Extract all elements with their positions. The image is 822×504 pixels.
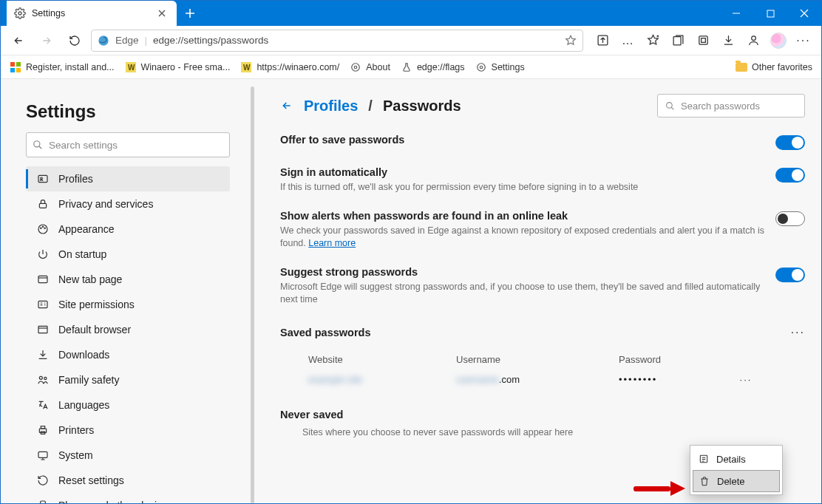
share-icon[interactable] [591,29,614,52]
breadcrumb-back-button[interactable] [280,99,293,112]
nav-downloads[interactable]: Downloads [26,342,230,367]
language-icon [36,398,50,412]
saved-passwords-header: Saved passwords ··· [280,326,805,339]
tab-close-button[interactable] [154,6,169,21]
nav-reset[interactable]: Reset settings [26,468,230,493]
setting-leak-alerts: Show alerts when passwords are found in … [280,210,805,250]
nav-system[interactable]: System [26,443,230,468]
bookmark-item[interactable]: Settings [475,61,525,73]
bookmark-item[interactable]: Register, install and... [10,61,115,73]
address-url: edge://settings/passwords [153,35,268,46]
passwords-search-input[interactable]: Search passwords [657,94,805,118]
read-aloud-icon[interactable]: … [616,29,639,52]
svg-rect-34 [41,426,44,429]
password-row-more-button[interactable]: ··· [740,374,753,385]
password-row[interactable]: example site username.com •••••••• ··· [302,370,805,389]
bookmark-item[interactable]: edge://flags [401,61,465,73]
setting-signin-auto: Sign in automatically If this is turned … [280,166,805,194]
nav-onstartup[interactable]: On startup [26,242,230,267]
nav-sitepermissions[interactable]: Site permissions [26,292,230,317]
new-tab-button[interactable] [178,3,202,24]
toggle-suggest-strong[interactable] [775,268,805,282]
profile-avatar[interactable] [767,29,790,52]
edge-logo-icon [98,35,109,47]
browser-tab[interactable]: Settings [7,1,177,26]
nav-refresh-button[interactable] [63,29,86,52]
saved-passwords-more-button[interactable]: ··· [791,326,805,339]
gear-icon [475,61,487,73]
reset-icon [36,474,50,487]
extensions-icon[interactable] [691,29,715,52]
collections-icon[interactable] [666,29,690,52]
favorite-star-icon[interactable] [565,35,577,47]
nav-printers[interactable]: Printers [26,418,230,443]
downloads-icon[interactable] [716,29,740,52]
svg-point-26 [42,226,43,227]
window-minimize-button[interactable] [719,1,753,26]
settings-search-input[interactable]: Search settings [26,132,230,157]
settings-nav: Profiles Privacy and services Appearance… [26,166,230,503]
svg-rect-10 [10,68,15,72]
other-favorites[interactable]: Other favorites [736,62,812,72]
svg-rect-4 [673,37,681,45]
settings-content: Settings Search settings Profiles Privac… [1,79,821,503]
saved-passwords-table: Website Username Password example site u… [302,350,805,389]
nav-forward-button[interactable] [35,29,58,52]
svg-rect-9 [16,62,21,67]
browser-window: Settings Edge | edge://settings/password… [0,0,822,504]
window-maximize-button[interactable] [753,1,787,26]
learn-more-link[interactable]: Learn more [308,238,356,248]
nav-appearance[interactable]: Appearance [26,217,230,242]
winaero-icon: W [240,61,252,73]
phone-icon [36,499,50,503]
scroll-divider[interactable] [245,79,265,503]
bookmark-item[interactable]: Whttps://winaero.com/ [240,61,339,73]
nav-privacy[interactable]: Privacy and services [26,191,230,217]
bookmark-item[interactable]: About [350,61,390,73]
window-close-button[interactable] [787,1,821,26]
profile-card-icon [36,172,50,185]
svg-point-18 [480,66,483,69]
svg-text:W: W [128,64,135,72]
nav-back-button[interactable] [7,29,30,52]
nav-profiles[interactable]: Profiles [26,166,230,191]
nav-family[interactable]: Family safety [26,367,230,392]
annotation-arrow [634,481,685,496]
toggle-signin-auto[interactable] [775,168,805,183]
svg-point-32 [44,377,47,379]
menu-item-delete[interactable]: Delete [693,470,780,492]
page-title: Settings [26,101,230,122]
toggle-offer-save[interactable] [775,135,805,150]
power-icon [36,248,50,261]
svg-point-17 [352,63,360,71]
svg-rect-36 [38,452,47,457]
profile-icon[interactable] [741,29,765,52]
title-bar: Settings [1,1,821,26]
table-header: Website Username Password [302,350,805,370]
favorites-icon[interactable] [641,29,665,52]
gear-icon [14,7,26,19]
svg-point-22 [41,177,43,180]
search-icon [33,140,43,150]
toggle-leak-alerts[interactable] [775,211,805,226]
nav-phone[interactable]: Phone and other devices [26,493,230,503]
svg-point-20 [34,141,40,147]
bookmark-item[interactable]: WWinaero - Free sma... [125,61,231,73]
svg-point-19 [477,63,485,71]
app-menu-button[interactable]: ··· [792,29,815,52]
nav-defaultbrowser[interactable]: Default browser [26,317,230,342]
breadcrumb-profiles-link[interactable]: Profiles [304,98,358,115]
winaero-icon: W [125,61,137,73]
settings-detail-panel: Profiles / Passwords Search passwords Of… [265,79,821,503]
menu-item-details[interactable]: Details [693,448,780,470]
settings-sidebar: Settings Search settings Profiles Privac… [1,79,245,503]
address-bar[interactable]: Edge | edge://settings/passwords [91,30,583,52]
nav-languages[interactable]: Languages [26,392,230,418]
permissions-icon [36,298,50,311]
svg-rect-37 [41,501,46,503]
printer-icon [36,423,50,437]
address-label: Edge [115,35,139,46]
search-icon [665,101,675,111]
svg-point-27 [44,228,45,228]
nav-newtab[interactable]: New tab page [26,267,230,292]
